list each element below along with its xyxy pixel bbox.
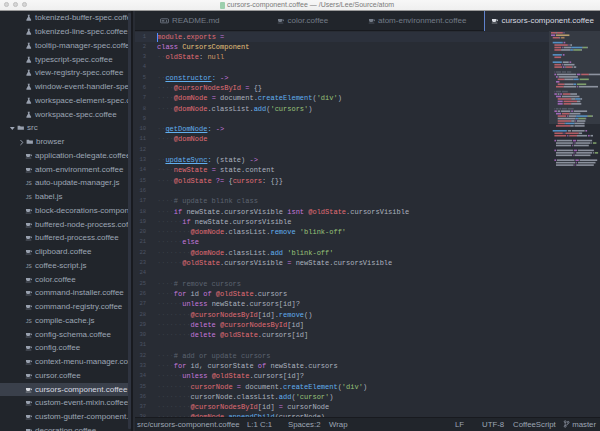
- svg-text:JS: JS: [26, 263, 33, 269]
- svg-text:JS: JS: [26, 194, 33, 200]
- svg-text:JS: JS: [26, 180, 33, 186]
- svg-text:JS: JS: [26, 318, 33, 324]
